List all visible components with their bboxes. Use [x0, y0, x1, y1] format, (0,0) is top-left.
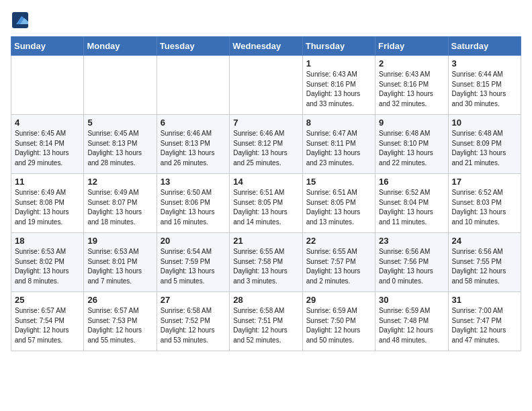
week-row-5: 25Sunrise: 6:57 AM Sunset: 7:54 PM Dayli…	[11, 292, 521, 351]
week-row-1: 1Sunrise: 6:43 AM Sunset: 8:16 PM Daylig…	[11, 56, 521, 115]
calendar-cell: 22Sunrise: 6:55 AM Sunset: 7:57 PM Dayli…	[302, 233, 375, 292]
calendar-cell: 14Sunrise: 6:51 AM Sunset: 8:05 PM Dayli…	[230, 174, 302, 233]
day-number: 20	[161, 236, 226, 246]
calendar-header-row: SundayMondayTuesdayWednesdayThursdayFrid…	[11, 37, 521, 56]
calendar-cell: 27Sunrise: 6:58 AM Sunset: 7:52 PM Dayli…	[157, 292, 229, 351]
col-header-saturday: Saturday	[448, 37, 521, 56]
day-number: 16	[379, 177, 444, 187]
calendar-cell: 4Sunrise: 6:45 AM Sunset: 8:14 PM Daylig…	[11, 115, 84, 174]
calendar-cell: 29Sunrise: 6:59 AM Sunset: 7:50 PM Dayli…	[302, 292, 375, 351]
calendar-cell: 12Sunrise: 6:49 AM Sunset: 8:07 PM Dayli…	[84, 174, 157, 233]
day-number: 31	[452, 295, 517, 305]
col-header-wednesday: Wednesday	[230, 37, 302, 56]
day-details: Sunrise: 6:49 AM Sunset: 8:07 PM Dayligh…	[87, 188, 152, 227]
calendar-cell: 30Sunrise: 6:59 AM Sunset: 7:48 PM Dayli…	[375, 292, 448, 351]
day-details: Sunrise: 6:46 AM Sunset: 8:13 PM Dayligh…	[161, 129, 226, 168]
week-row-4: 18Sunrise: 6:53 AM Sunset: 8:02 PM Dayli…	[11, 233, 521, 292]
day-details: Sunrise: 6:59 AM Sunset: 7:50 PM Dayligh…	[306, 306, 371, 345]
day-number: 4	[15, 118, 80, 128]
col-header-sunday: Sunday	[11, 37, 84, 56]
day-details: Sunrise: 6:46 AM Sunset: 8:12 PM Dayligh…	[233, 129, 298, 168]
calendar-cell: 5Sunrise: 6:45 AM Sunset: 8:13 PM Daylig…	[84, 115, 157, 174]
page-header	[11, 11, 521, 30]
calendar-cell: 25Sunrise: 6:57 AM Sunset: 7:54 PM Dayli…	[11, 292, 84, 351]
day-number: 3	[452, 58, 517, 68]
week-row-2: 4Sunrise: 6:45 AM Sunset: 8:14 PM Daylig…	[11, 115, 521, 174]
calendar-cell: 6Sunrise: 6:46 AM Sunset: 8:13 PM Daylig…	[157, 115, 229, 174]
calendar-cell: 11Sunrise: 6:49 AM Sunset: 8:08 PM Dayli…	[11, 174, 84, 233]
calendar-cell: 28Sunrise: 6:58 AM Sunset: 7:51 PM Dayli…	[230, 292, 302, 351]
day-details: Sunrise: 6:52 AM Sunset: 8:04 PM Dayligh…	[379, 188, 444, 227]
day-details: Sunrise: 6:48 AM Sunset: 8:09 PM Dayligh…	[452, 129, 517, 168]
day-details: Sunrise: 6:52 AM Sunset: 8:03 PM Dayligh…	[452, 188, 517, 227]
calendar-cell: 3Sunrise: 6:44 AM Sunset: 8:15 PM Daylig…	[448, 56, 521, 115]
col-header-friday: Friday	[375, 37, 448, 56]
day-number: 21	[233, 236, 298, 246]
day-details: Sunrise: 6:51 AM Sunset: 8:05 PM Dayligh…	[306, 188, 371, 227]
day-number: 2	[379, 58, 444, 68]
day-details: Sunrise: 6:44 AM Sunset: 8:15 PM Dayligh…	[452, 70, 517, 109]
day-number: 1	[306, 58, 371, 68]
logo	[11, 11, 32, 30]
day-number: 30	[379, 295, 444, 305]
day-number: 9	[379, 118, 444, 128]
day-number: 23	[379, 236, 444, 246]
col-header-thursday: Thursday	[302, 37, 375, 56]
day-number: 26	[87, 295, 152, 305]
calendar-cell: 16Sunrise: 6:52 AM Sunset: 8:04 PM Dayli…	[375, 174, 448, 233]
day-details: Sunrise: 6:58 AM Sunset: 7:52 PM Dayligh…	[161, 306, 226, 345]
day-number: 5	[87, 118, 152, 128]
calendar-cell: 26Sunrise: 6:57 AM Sunset: 7:53 PM Dayli…	[84, 292, 157, 351]
calendar-cell: 31Sunrise: 7:00 AM Sunset: 7:47 PM Dayli…	[448, 292, 521, 351]
day-number: 11	[15, 177, 80, 187]
calendar-cell: 9Sunrise: 6:48 AM Sunset: 8:10 PM Daylig…	[375, 115, 448, 174]
day-number: 27	[161, 295, 226, 305]
day-details: Sunrise: 6:51 AM Sunset: 8:05 PM Dayligh…	[233, 188, 298, 227]
day-number: 14	[233, 177, 298, 187]
day-number: 13	[161, 177, 226, 187]
day-number: 7	[233, 118, 298, 128]
day-details: Sunrise: 6:53 AM Sunset: 8:01 PM Dayligh…	[87, 247, 152, 286]
day-details: Sunrise: 6:56 AM Sunset: 7:56 PM Dayligh…	[379, 247, 444, 286]
day-number: 8	[306, 118, 371, 128]
calendar-cell: 17Sunrise: 6:52 AM Sunset: 8:03 PM Dayli…	[448, 174, 521, 233]
day-number: 19	[87, 236, 152, 246]
calendar-cell: 13Sunrise: 6:50 AM Sunset: 8:06 PM Dayli…	[157, 174, 229, 233]
calendar-cell: 7Sunrise: 6:46 AM Sunset: 8:12 PM Daylig…	[230, 115, 302, 174]
day-number: 25	[15, 295, 80, 305]
calendar-cell: 18Sunrise: 6:53 AM Sunset: 8:02 PM Dayli…	[11, 233, 84, 292]
day-number: 12	[87, 177, 152, 187]
day-details: Sunrise: 6:56 AM Sunset: 7:55 PM Dayligh…	[452, 247, 517, 286]
day-number: 17	[452, 177, 517, 187]
calendar-cell: 1Sunrise: 6:43 AM Sunset: 8:16 PM Daylig…	[302, 56, 375, 115]
calendar-cell: 15Sunrise: 6:51 AM Sunset: 8:05 PM Dayli…	[302, 174, 375, 233]
day-details: Sunrise: 7:00 AM Sunset: 7:47 PM Dayligh…	[452, 306, 517, 345]
day-details: Sunrise: 6:55 AM Sunset: 7:58 PM Dayligh…	[233, 247, 298, 286]
day-details: Sunrise: 6:43 AM Sunset: 8:16 PM Dayligh…	[379, 70, 444, 109]
calendar-cell	[157, 56, 229, 115]
calendar-cell	[84, 56, 157, 115]
calendar-cell: 23Sunrise: 6:56 AM Sunset: 7:56 PM Dayli…	[375, 233, 448, 292]
day-details: Sunrise: 6:55 AM Sunset: 7:57 PM Dayligh…	[306, 247, 371, 286]
day-details: Sunrise: 6:43 AM Sunset: 8:16 PM Dayligh…	[306, 70, 371, 109]
day-details: Sunrise: 6:54 AM Sunset: 7:59 PM Dayligh…	[161, 247, 226, 286]
day-details: Sunrise: 6:58 AM Sunset: 7:51 PM Dayligh…	[233, 306, 298, 345]
day-number: 10	[452, 118, 517, 128]
day-details: Sunrise: 6:57 AM Sunset: 7:53 PM Dayligh…	[87, 306, 152, 345]
week-row-3: 11Sunrise: 6:49 AM Sunset: 8:08 PM Dayli…	[11, 174, 521, 233]
day-details: Sunrise: 6:47 AM Sunset: 8:11 PM Dayligh…	[306, 129, 371, 168]
calendar-cell: 2Sunrise: 6:43 AM Sunset: 8:16 PM Daylig…	[375, 56, 448, 115]
day-number: 15	[306, 177, 371, 187]
day-details: Sunrise: 6:53 AM Sunset: 8:02 PM Dayligh…	[15, 247, 80, 286]
day-number: 22	[306, 236, 371, 246]
calendar-cell: 8Sunrise: 6:47 AM Sunset: 8:11 PM Daylig…	[302, 115, 375, 174]
day-number: 28	[233, 295, 298, 305]
day-number: 6	[161, 118, 226, 128]
day-details: Sunrise: 6:45 AM Sunset: 8:14 PM Dayligh…	[15, 129, 80, 168]
calendar-cell: 10Sunrise: 6:48 AM Sunset: 8:09 PM Dayli…	[448, 115, 521, 174]
calendar-table: SundayMondayTuesdayWednesdayThursdayFrid…	[11, 36, 521, 351]
calendar-cell	[230, 56, 302, 115]
col-header-tuesday: Tuesday	[157, 37, 229, 56]
col-header-monday: Monday	[84, 37, 157, 56]
day-details: Sunrise: 6:45 AM Sunset: 8:13 PM Dayligh…	[87, 129, 152, 168]
